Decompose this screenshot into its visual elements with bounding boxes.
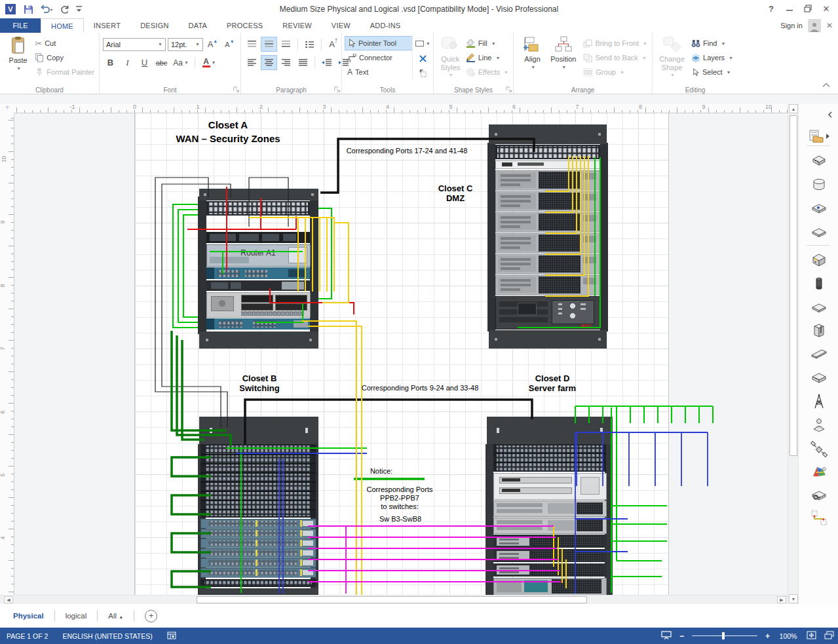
console-unit-a[interactable] <box>206 232 310 243</box>
quick-styles-button[interactable]: Quick Styles▼ <box>437 34 464 80</box>
paste-button[interactable]: Paste▼ <box>3 34 33 73</box>
stencil-cable-device-icon[interactable] <box>809 485 829 505</box>
slim-servers-d[interactable] <box>493 501 606 533</box>
tab-design[interactable]: DESIGN <box>130 18 178 33</box>
zoom-in-icon[interactable]: + <box>765 633 770 639</box>
scroll-right-icon[interactable]: ▶ <box>777 596 786 603</box>
zoom-slider-thumb[interactable] <box>722 632 725 639</box>
label-ports-ac[interactable]: Corresponding Ports 17-24 and 41-48 <box>347 147 468 155</box>
vertical-scroll-thumb[interactable] <box>790 115 797 456</box>
rotate-resize-tool-button[interactable] <box>415 67 430 81</box>
stencil-database-icon[interactable] <box>809 175 829 195</box>
restore-icon[interactable] <box>799 0 817 17</box>
white-unit-d[interactable] <box>493 473 606 499</box>
minimize-icon[interactable] <box>780 0 799 17</box>
tab-view[interactable]: VIEW <box>322 18 360 33</box>
cut-button[interactable]: ✂ Cut <box>33 37 96 50</box>
copy-button[interactable]: Copy <box>33 51 96 64</box>
customize-quick-access-icon[interactable] <box>76 5 83 13</box>
stencil-user-icon[interactable] <box>809 415 829 435</box>
stencil-switch-icon[interactable] <box>809 199 829 218</box>
label-closet-c[interactable]: Closet CDMZ <box>438 183 473 203</box>
collapse-shapes-panel-icon[interactable] <box>828 111 833 119</box>
label-closet-b[interactable]: Closet BSwitching <box>239 373 279 393</box>
status-language[interactable]: ENGLISH (UNITED STATES) <box>62 632 152 640</box>
drawing-canvas[interactable]: Router A1 <box>14 113 788 595</box>
label-closet-d[interactable]: Closet DServer farm <box>529 373 576 393</box>
decrease-indent-button[interactable] <box>319 56 334 69</box>
patch-panels-d[interactable] <box>493 444 606 472</box>
patch-panels-b[interactable] <box>200 444 316 518</box>
align-center-button[interactable] <box>261 56 276 69</box>
router-a1[interactable]: Router A1 <box>206 244 310 266</box>
align-bottom-button[interactable] <box>278 37 294 51</box>
align-middle-button[interactable] <box>261 37 276 51</box>
font-color-button[interactable]: A ▼ <box>199 56 219 69</box>
pointer-tool-button[interactable]: Pointer Tool <box>345 37 412 50</box>
tab-process[interactable]: PROCESS <box>217 18 273 33</box>
insert-page-icon[interactable]: + <box>145 610 157 622</box>
avatar[interactable] <box>808 19 821 32</box>
ups-c[interactable]: APC <box>495 296 600 329</box>
paragraph-dialog-launcher[interactable] <box>333 86 341 93</box>
tab-addins[interactable]: ADD-INS <box>360 18 411 33</box>
macro-record-icon[interactable] <box>167 632 176 641</box>
stencil-patch-box-icon[interactable] <box>809 368 829 387</box>
change-shape-button[interactable]: Change Shape▼ <box>656 34 688 80</box>
scroll-down-icon[interactable]: ▼ <box>789 594 798 603</box>
switches-b[interactable] <box>200 519 316 577</box>
appliance-a[interactable] <box>206 280 310 291</box>
rack-closet-a[interactable]: Router A1 <box>198 189 318 349</box>
zoom-slider[interactable] <box>692 632 757 639</box>
stencil-ups-tower-icon[interactable] <box>809 274 829 294</box>
vertical-scrollbar[interactable]: ▲ ▼ <box>788 104 798 604</box>
select-button[interactable]: Select▼ <box>689 66 735 79</box>
rectangle-tool-button[interactable]: ▼ <box>415 37 430 50</box>
server-a[interactable] <box>206 292 310 317</box>
strikethrough-button[interactable]: abc <box>154 56 169 69</box>
zoom-out-icon[interactable]: − <box>679 633 684 639</box>
position-button[interactable]: Position▼ <box>548 34 579 71</box>
bullets-button[interactable] <box>302 37 317 51</box>
label-closet-a[interactable]: Closet AWAN – Security Zones <box>176 118 280 145</box>
patch-panel-a[interactable] <box>206 201 310 216</box>
big-server-d[interactable] <box>493 578 606 595</box>
group-button[interactable]: Group▼ <box>581 66 649 79</box>
effects-button[interactable]: Effects▼ <box>464 66 510 79</box>
stencil-flat-device-icon[interactable] <box>809 222 829 242</box>
bring-to-front-button[interactable]: Bring to Front▼ <box>581 37 649 50</box>
format-painter-button[interactable]: Format Painter <box>33 66 96 79</box>
close-icon[interactable]: ✕ <box>817 0 835 17</box>
justify-button[interactable] <box>295 56 311 69</box>
fill-button[interactable]: Fill▼ <box>464 37 510 50</box>
stencil-rack-server-icon[interactable] <box>809 151 829 170</box>
switch-a2[interactable] <box>206 318 310 330</box>
tab-file[interactable]: FILE <box>0 18 41 33</box>
send-to-back-button[interactable]: Send to Back▼ <box>581 51 649 64</box>
presentation-mode-icon[interactable] <box>661 631 672 641</box>
font-size-select[interactable]: 12pt.▼ <box>168 38 203 51</box>
line-button[interactable]: Line▼ <box>464 51 510 64</box>
bold-button[interactable]: B <box>103 56 118 69</box>
stencil-satellite-icon[interactable] <box>809 440 829 459</box>
close-document-icon[interactable]: ✕ <box>826 21 833 30</box>
horizontal-scrollbar[interactable]: ◀ ▶ <box>0 595 788 604</box>
tab-review[interactable]: REVIEW <box>273 18 322 33</box>
visio-app-icon[interactable]: V <box>5 3 17 15</box>
font-family-select[interactable]: Arial▼ <box>103 38 166 51</box>
find-button[interactable]: Find▼ <box>689 37 735 50</box>
switch-windows-icon[interactable] <box>824 631 834 641</box>
page-tab-all[interactable]: All ▲ <box>98 612 134 620</box>
page-tab-physical[interactable]: Physical <box>13 612 54 620</box>
connector-tool-button[interactable]: Connector <box>345 51 412 64</box>
align-right-button[interactable] <box>278 56 294 69</box>
label-corresponding-ports[interactable]: Corresponding PortsPPB2-PPB7to switches: <box>367 485 433 511</box>
label-ports-bd[interactable]: Corresponding Ports 9-24 and 33-48 <box>362 384 479 392</box>
sign-in-link[interactable]: Sign in <box>780 22 803 29</box>
text-tool-button[interactable]: A Text <box>345 66 412 79</box>
scroll-up-icon[interactable]: ▲ <box>789 104 798 113</box>
italic-button[interactable]: I <box>120 56 135 69</box>
help-icon[interactable]: ? <box>762 0 780 17</box>
layers-button[interactable]: Layers▼ <box>689 51 735 64</box>
rack-closet-d[interactable] <box>486 417 613 595</box>
